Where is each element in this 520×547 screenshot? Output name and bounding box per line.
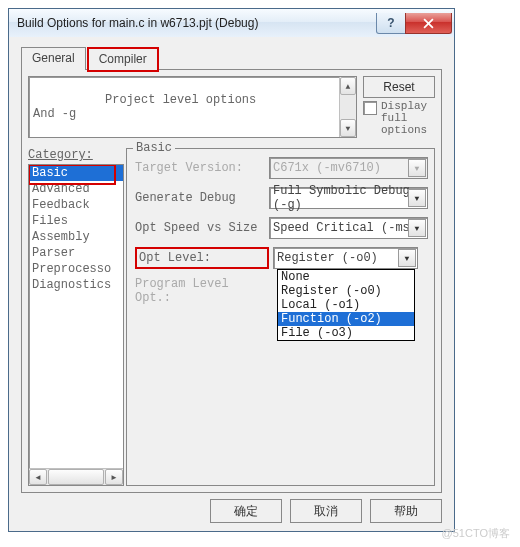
bottom-row: Category: Basic Advanced Feedback Files … xyxy=(28,148,435,486)
label-opt-speed: Opt Speed vs Size xyxy=(135,221,265,235)
chevron-down-icon: ▼ xyxy=(408,159,426,177)
client-area: General Compiler Project level options A… xyxy=(9,37,454,531)
value-opt-level: Register (-o0) xyxy=(277,251,378,265)
category-item-assembly[interactable]: Assembly xyxy=(29,229,123,245)
scroll-thumb[interactable] xyxy=(48,469,104,485)
category-item-files[interactable]: Files xyxy=(29,213,123,229)
label-opt-level: Opt Level: xyxy=(135,247,269,269)
reset-button[interactable]: Reset xyxy=(363,76,435,98)
options-scrollbar[interactable]: ▲ ▼ xyxy=(339,77,356,137)
opt-level-option-local[interactable]: Local (-o1) xyxy=(278,298,414,312)
tab-compiler[interactable]: Compiler xyxy=(88,48,158,71)
opt-level-option-function[interactable]: Function (-o2) xyxy=(278,312,414,326)
titlebar: Build Options for main.c in w6713.pjt (D… xyxy=(9,9,454,38)
opt-level-option-none[interactable]: None xyxy=(278,270,414,284)
label-target-version: Target Version: xyxy=(135,161,265,175)
dialog-window: Build Options for main.c in w6713.pjt (D… xyxy=(8,8,455,532)
combo-target-version: C671x (-mv6710) ▼ xyxy=(269,157,428,179)
label-gen-debug: Generate Debug xyxy=(135,191,265,205)
checkbox-icon[interactable] xyxy=(363,101,377,115)
watermark: @51CTO博客 xyxy=(442,526,510,541)
category-item-parser[interactable]: Parser xyxy=(29,245,123,261)
options-text: Project level options And -g xyxy=(33,93,256,121)
chevron-down-icon[interactable]: ▼ xyxy=(398,249,416,267)
display-full-checkbox[interactable]: Display full options xyxy=(363,100,435,136)
chevron-down-icon[interactable]: ▼ xyxy=(408,189,426,207)
right-col: Reset Display full options xyxy=(363,76,435,138)
category-item-diagnostics[interactable]: Diagnostics xyxy=(29,277,123,293)
group-legend: Basic xyxy=(133,141,175,155)
tab-body: Project level options And -g ▲ ▼ Reset D… xyxy=(21,69,442,493)
options-textarea[interactable]: Project level options And -g ▲ ▼ xyxy=(28,76,357,138)
opt-level-option-file[interactable]: File (-o3) xyxy=(278,326,414,340)
tab-strip: General Compiler xyxy=(21,47,442,70)
window-title: Build Options for main.c in w6713.pjt (D… xyxy=(17,16,377,30)
tab-general[interactable]: General xyxy=(21,47,86,70)
category-item-advanced[interactable]: Advanced xyxy=(29,181,123,197)
value-target-version: C671x (-mv6710) xyxy=(273,161,381,175)
category-item-feedback[interactable]: Feedback xyxy=(29,197,123,213)
combo-opt-level[interactable]: Register (-o0) ▼ xyxy=(273,247,418,269)
row-gen-debug: Generate Debug Full Symbolic Debug (-g) … xyxy=(135,187,428,209)
cancel-button[interactable]: 取消 xyxy=(290,499,362,523)
value-opt-speed: Speed Critical (-ms1) xyxy=(273,221,424,235)
help-button[interactable]: 帮助 xyxy=(370,499,442,523)
chevron-down-icon[interactable]: ▼ xyxy=(408,219,426,237)
category-label: Category: xyxy=(28,148,124,162)
scroll-down-icon[interactable]: ▼ xyxy=(340,119,356,137)
opt-level-dropdown[interactable]: None Register (-o0) Local (-o1) Function… xyxy=(277,269,415,341)
dialog-buttons: 确定 取消 帮助 xyxy=(210,499,442,523)
help-icon[interactable] xyxy=(376,13,406,34)
scroll-up-icon[interactable]: ▲ xyxy=(340,77,356,95)
ok-button[interactable]: 确定 xyxy=(210,499,282,523)
category-column: Category: Basic Advanced Feedback Files … xyxy=(28,148,124,486)
display-full-label: Display full options xyxy=(381,100,427,136)
window-buttons xyxy=(377,13,452,33)
basic-group: Basic Target Version: C671x (-mv6710) ▼ … xyxy=(126,148,435,486)
category-item-basic[interactable]: Basic xyxy=(29,165,123,181)
opt-level-option-register[interactable]: Register (-o0) xyxy=(278,284,414,298)
value-gen-debug: Full Symbolic Debug (-g) xyxy=(273,184,427,212)
close-icon[interactable] xyxy=(405,13,452,34)
category-list[interactable]: Basic Advanced Feedback Files Assembly P… xyxy=(28,164,124,486)
scroll-right-icon[interactable]: ► xyxy=(105,469,123,485)
scroll-left-icon[interactable]: ◄ xyxy=(29,469,47,485)
category-item-preprocessor[interactable]: Preprocesso xyxy=(29,261,123,277)
row-opt-level: Opt Level: Register (-o0) ▼ None Registe… xyxy=(135,247,428,269)
label-prog-level: Program Level Opt.: xyxy=(135,277,265,305)
row-opt-speed: Opt Speed vs Size Speed Critical (-ms1) … xyxy=(135,217,428,239)
combo-gen-debug[interactable]: Full Symbolic Debug (-g) ▼ xyxy=(269,187,428,209)
category-hscrollbar[interactable]: ◄ ► xyxy=(29,468,123,485)
combo-opt-speed[interactable]: Speed Critical (-ms1) ▼ xyxy=(269,217,428,239)
row-target-version: Target Version: C671x (-mv6710) ▼ xyxy=(135,157,428,179)
top-row: Project level options And -g ▲ ▼ Reset D… xyxy=(28,76,435,138)
